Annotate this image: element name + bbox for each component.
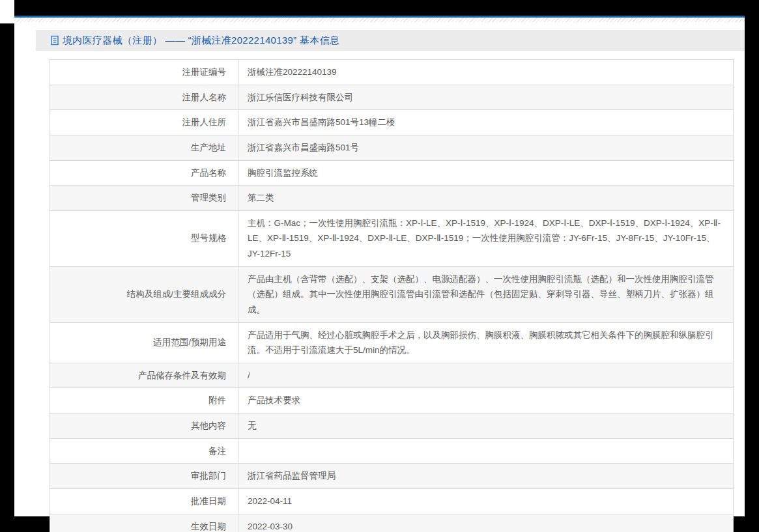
row-label: 型号规格 — [50, 211, 238, 266]
row-value-text: 产品技术要求 — [248, 393, 721, 408]
table-row: 其他内容无 — [50, 413, 733, 439]
page: 境内医疗器械（注册） —— “浙械注准20222140139” 基本信息 注册证… — [14, 16, 745, 516]
row-value-text: 浙江省药品监督管理局 — [248, 468, 721, 484]
registration-info-table: 注册证编号浙械注准20222140139注册人名称浙江乐信医疗科技有限公司注册人… — [50, 59, 734, 532]
table-row: 备注 — [50, 439, 733, 464]
row-label-text: 审批部门 — [191, 468, 226, 484]
row-value-text: 浙江省嘉兴市昌盛南路501号13幢二楼 — [248, 115, 721, 130]
row-value: 2022-03-30 — [238, 514, 733, 532]
table-row: 注册证编号浙械注准20222140139 — [50, 60, 733, 85]
row-value: 第二类 — [238, 186, 733, 210]
row-label: 备注 — [50, 439, 238, 464]
row-value: 2022-04-11 — [238, 489, 733, 514]
row-label-text: 产品名称 — [191, 165, 226, 181]
table-row: 注册人住所浙江省嘉兴市昌盛南路501号13幢二楼 — [50, 110, 733, 135]
row-value: 浙江省嘉兴市昌盛南路501号13幢二楼 — [238, 110, 733, 135]
table-row: 型号规格主机：G-Mac；一次性使用胸腔引流瓶：XP-Ⅰ-LE、XP-Ⅰ-151… — [50, 211, 733, 267]
row-value-text: 产品由主机（含背带（选配）、支架（选配）、电源适配器）、一次性使用胸腔引流瓶（选… — [248, 272, 721, 318]
row-label-text: 批准日期 — [191, 494, 226, 509]
row-label-text: 附件 — [208, 393, 226, 408]
row-value-text: 浙械注准20222140139 — [248, 64, 721, 80]
row-label: 管理类别 — [50, 186, 238, 210]
table-row: 适用范围/预期用途产品适用于气胸、经过心脏或胸腔手术之后，以及胸部损伤、胸膜积液… — [50, 323, 733, 363]
row-value: / — [238, 363, 733, 388]
row-label: 注册人名称 — [50, 85, 238, 110]
row-value-text: 第二类 — [248, 190, 721, 206]
row-label: 结构及组成/主要组成成分 — [50, 267, 238, 322]
table-row: 生效日期2022-03-30 — [50, 514, 733, 532]
row-value: 浙江省药品监督管理局 — [238, 464, 733, 488]
row-value: 浙江乐信医疗科技有限公司 — [238, 85, 733, 110]
row-value-text: 2022-03-30 — [248, 519, 721, 532]
row-label-text: 备注 — [208, 443, 226, 459]
row-label-text: 产品储存条件及有效期 — [138, 368, 226, 384]
row-label: 注册人住所 — [50, 110, 238, 135]
table-row: 注册人名称浙江乐信医疗科技有限公司 — [50, 85, 733, 111]
row-label: 审批部门 — [50, 464, 238, 488]
row-value: 产品由主机（含背带（选配）、支架（选配）、电源适配器）、一次性使用胸腔引流瓶（选… — [238, 267, 733, 322]
table-row: 批准日期2022-04-11 — [50, 489, 733, 514]
row-value-text: 浙江省嘉兴市昌盛南路501号 — [248, 140, 721, 156]
table-row: 产品名称胸腔引流监控系统 — [50, 161, 733, 186]
capture-background: 境内医疗器械（注册） —— “浙械注准20222140139” 基本信息 注册证… — [0, 0, 759, 532]
row-label-text: 适用范围/预期用途 — [153, 335, 226, 350]
row-value: 产品适用于气胸、经过心脏或胸腔手术之后，以及胸部损伤、胸膜积液、胸膜积脓或其它相… — [238, 323, 733, 363]
row-value-text: 主机：G-Mac；一次性使用胸腔引流瓶：XP-Ⅰ-LE、XP-Ⅰ-1519、XP… — [248, 216, 721, 262]
row-value-text: 无 — [248, 418, 721, 434]
row-label: 产品名称 — [50, 161, 238, 186]
page-title: 境内医疗器械（注册） —— “浙械注准20222140139” 基本信息 — [63, 35, 339, 47]
row-label: 其他内容 — [50, 413, 238, 438]
row-value-text: 2022-04-11 — [248, 494, 721, 509]
row-label: 批准日期 — [50, 489, 238, 514]
title-bar: 境内医疗器械（注册） —— “浙械注准20222140139” 基本信息 — [36, 30, 745, 51]
row-value — [238, 439, 733, 464]
row-label-text: 其他内容 — [191, 418, 226, 434]
row-label: 附件 — [50, 388, 238, 413]
row-label: 注册证编号 — [50, 60, 238, 85]
row-label-text: 生产地址 — [191, 140, 226, 156]
document-icon — [50, 35, 60, 46]
row-value: 浙械注准20222140139 — [238, 60, 733, 85]
row-label-text: 管理类别 — [191, 190, 226, 206]
row-label: 适用范围/预期用途 — [50, 323, 238, 363]
row-value: 无 — [238, 413, 733, 438]
row-value: 产品技术要求 — [238, 388, 733, 413]
row-label-text: 注册人住所 — [182, 115, 227, 130]
row-value-text: 浙江乐信医疗科技有限公司 — [248, 90, 721, 105]
table-row: 结构及组成/主要组成成分产品由主机（含背带（选配）、支架（选配）、电源适配器）、… — [50, 267, 733, 323]
row-label: 生效日期 — [50, 514, 238, 532]
row-label-text: 注册人名称 — [182, 90, 227, 105]
row-value-text: / — [248, 368, 721, 384]
row-label-text: 型号规格 — [191, 231, 226, 246]
row-label: 产品储存条件及有效期 — [50, 363, 238, 388]
row-value: 胸腔引流监控系统 — [238, 161, 733, 186]
row-value: 浙江省嘉兴市昌盛南路501号 — [238, 135, 733, 160]
table-row: 管理类别第二类 — [50, 186, 733, 211]
row-label-text: 注册证编号 — [182, 64, 227, 80]
row-label: 生产地址 — [50, 135, 238, 160]
table-row: 审批部门浙江省药品监督管理局 — [50, 464, 733, 489]
row-value-text: 产品适用于气胸、经过心脏或胸腔手术之后，以及胸部损伤、胸膜积液、胸膜积脓或其它相… — [248, 328, 721, 358]
table-row: 生产地址浙江省嘉兴市昌盛南路501号 — [50, 135, 733, 161]
table-row: 附件产品技术要求 — [50, 388, 733, 413]
row-value-text: 胸腔引流监控系统 — [248, 165, 721, 181]
corner-notch — [0, 0, 14, 23]
table-row: 产品储存条件及有效期/ — [50, 363, 733, 389]
row-label-text: 结构及组成/主要组成成分 — [127, 287, 226, 302]
row-label-text: 生效日期 — [191, 519, 226, 532]
row-value: 主机：G-Mac；一次性使用胸腔引流瓶：XP-Ⅰ-LE、XP-Ⅰ-1519、XP… — [238, 211, 733, 266]
hatch-strip — [14, 18, 745, 22]
